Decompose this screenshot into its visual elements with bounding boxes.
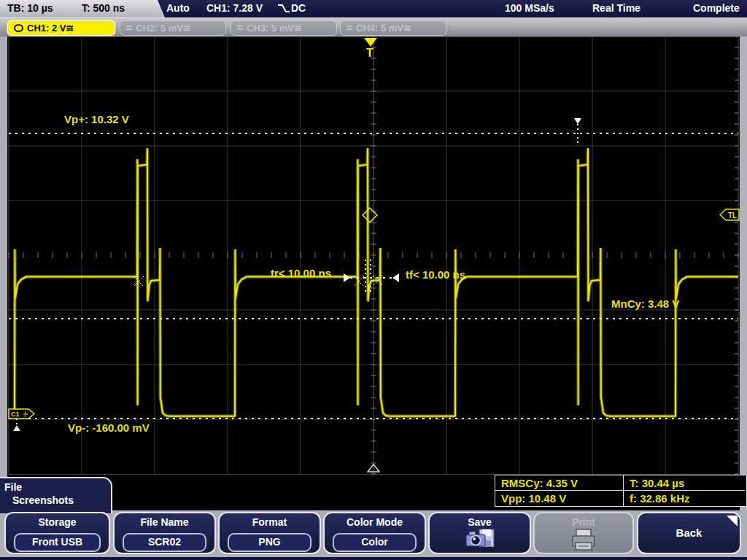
bottom-center-marker-icon bbox=[367, 464, 380, 472]
menu-title-line1: File bbox=[4, 481, 22, 493]
trigger-level-label: TL bbox=[728, 211, 737, 219]
channel-state-icon bbox=[14, 24, 23, 32]
measure-arrow-right-icon bbox=[344, 273, 350, 282]
left-marker-line bbox=[16, 419, 18, 425]
measure-arrow-left-icon bbox=[392, 273, 399, 282]
tab-ch3-label: CH3: 5 mV≅ bbox=[247, 21, 302, 35]
tab-ch1[interactable]: CH1: 2 V≅ bbox=[7, 20, 115, 36]
peak-marker-icon bbox=[574, 118, 581, 124]
save-button-label: Save bbox=[430, 516, 530, 528]
tab-ch3[interactable]: CH3: 5 mV≅ bbox=[231, 20, 337, 36]
menu-title-line2: Screenshots bbox=[12, 494, 74, 506]
rise-time-annotation: tr< 10.00 ns bbox=[271, 267, 331, 279]
format-button-label: Format bbox=[220, 516, 320, 528]
status-bar: TB: 10 µs T: 500 ns Auto CH1: 7.28 V DC … bbox=[0, 0, 747, 18]
color-mode-value: Color bbox=[333, 533, 417, 552]
timebase-value: TB: 10 µs bbox=[7, 2, 53, 14]
edge-cursor-line bbox=[370, 260, 371, 295]
storage-button[interactable]: Storage Front USB bbox=[4, 512, 110, 554]
measurement-cell: f: 32.86 kHz bbox=[624, 491, 745, 506]
measurement-cell: T: 30.44 µs bbox=[624, 475, 745, 491]
oscilloscope-screen: TB: 10 µs T: 500 ns Auto CH1: 7.28 V DC … bbox=[0, 0, 747, 560]
waveform-display: T TL C1 Vp+: 10.32 V MnCy: 3.48 V Vp-: -… bbox=[7, 36, 740, 512]
trigger-time-value: T: 500 ns bbox=[82, 2, 125, 14]
back-button[interactable]: Back bbox=[637, 512, 741, 554]
color-mode-button[interactable]: Color Mode Color bbox=[323, 512, 426, 554]
storage-value: Front USB bbox=[14, 533, 101, 552]
tab-ch2-label: CH2: 5 mV≅ bbox=[136, 21, 191, 35]
color-mode-button-label: Color Mode bbox=[325, 516, 425, 528]
vp-plus-reference-line bbox=[9, 133, 738, 134]
camera-floppy-icon bbox=[430, 528, 530, 556]
format-button[interactable]: Format PNG bbox=[218, 512, 321, 554]
trigger-marker-label: T bbox=[366, 47, 374, 60]
timebase-section: TB: 10 µs T: 500 ns bbox=[0, 0, 165, 18]
tab-ch4[interactable]: CH4: 5 mV≅ bbox=[340, 20, 446, 36]
peak-marker-line bbox=[577, 124, 578, 144]
submenu-corner-icon bbox=[727, 516, 738, 526]
file-name-button[interactable]: File Name SCR02 bbox=[113, 512, 216, 554]
measure-span-line bbox=[350, 277, 392, 279]
sample-rate: 100 MSa/s bbox=[505, 2, 554, 14]
trigger-mode: Auto bbox=[166, 2, 190, 14]
channel-tab-bar: CH1: 2 V≅ CH2: 5 mV≅ CH3: 5 mV≅ CH4: 5 m… bbox=[0, 18, 747, 36]
vp-plus-annotation: Vp+: 10.32 V bbox=[64, 113, 129, 125]
trigger-setting: CH1: 7.28 V bbox=[206, 2, 263, 14]
tab-ch1-label: CH1: 2 V≅ bbox=[27, 21, 74, 35]
menu-bottom-strip bbox=[0, 557, 747, 560]
measurement-cell: Vpp: 10.48 V bbox=[495, 491, 624, 506]
storage-button-label: Storage bbox=[6, 516, 109, 528]
printer-icon bbox=[535, 528, 632, 556]
measurement-results-table: RMSCy: 4.35 V T: 30.44 µs Vpp: 10.48 V f… bbox=[495, 475, 747, 507]
fall-time-annotation: tf< 10.00 ns bbox=[406, 268, 465, 281]
file-name-value: SCR02 bbox=[123, 533, 206, 552]
trigger-level-marker[interactable]: TL bbox=[719, 209, 740, 222]
trigger-point-diamond-icon bbox=[360, 206, 379, 225]
acquisition-mode: Real Time bbox=[592, 2, 640, 14]
left-edge-marker-icon bbox=[13, 425, 20, 431]
save-button[interactable]: Save bbox=[428, 512, 531, 554]
tab-ch4-label: CH4: 5 mV≅ bbox=[356, 21, 411, 35]
channel-marker-label: C1 bbox=[11, 411, 20, 418]
file-name-button-label: File Name bbox=[115, 516, 214, 528]
print-button: Print bbox=[533, 512, 634, 554]
vp-minus-reference-line bbox=[9, 418, 738, 419]
mean-cycle-annotation: MnCy: 3.48 V bbox=[611, 298, 679, 310]
trigger-coupling: DC bbox=[291, 2, 306, 14]
trigger-position-marker-icon[interactable] bbox=[364, 38, 377, 47]
measurement-cell: RMSCy: 4.35 V bbox=[495, 475, 624, 491]
channel-off-icon bbox=[347, 26, 352, 27]
acquisition-status: Complete bbox=[693, 2, 740, 14]
back-button-label: Back bbox=[638, 526, 740, 539]
tab-ch2[interactable]: CH2: 5 mV≅ bbox=[120, 20, 226, 36]
falling-edge-icon bbox=[277, 4, 290, 13]
channel-off-icon bbox=[237, 26, 243, 27]
screen-right-bezel bbox=[740, 36, 747, 512]
mean-cycle-reference-line bbox=[9, 318, 738, 319]
channel-off-icon bbox=[126, 26, 132, 27]
edge-cursor-line bbox=[365, 260, 366, 295]
vp-minus-annotation: Vp-: -160.00 mV bbox=[68, 421, 150, 434]
format-value: PNG bbox=[228, 533, 311, 552]
channel-ground-marker[interactable]: C1 bbox=[8, 408, 37, 419]
ch1-trace bbox=[7, 36, 740, 512]
print-button-label: Print bbox=[535, 516, 632, 528]
menu-title-panel: File Screenshots bbox=[0, 477, 112, 513]
